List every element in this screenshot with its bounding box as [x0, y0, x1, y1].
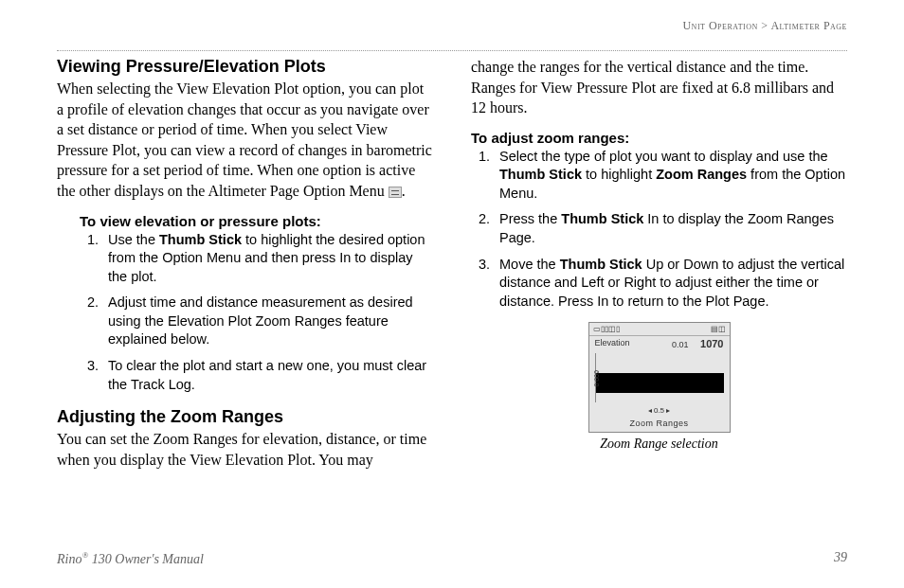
list-item: Use the Thumb Stick to highlight the des…	[102, 231, 433, 287]
step-text: Select the type of plot you want to disp…	[499, 149, 828, 164]
menu-icon	[389, 187, 402, 198]
step-bold: Zoom Ranges	[656, 167, 747, 182]
footer-product-name: Rino	[57, 552, 81, 566]
paragraph-change-ranges: change the ranges for the vertical dista…	[471, 57, 847, 118]
breadcrumb-page: Altimeter Page	[770, 19, 847, 32]
figure-zoom-range: ▭▯▯◫▯ ▤◫ Elevation 0.01 1070 600.0 ◂ 0.5…	[471, 322, 847, 452]
step-bold: Thumb Stick	[499, 167, 582, 182]
steps-adjust-zoom: Select the type of plot you want to disp…	[494, 148, 847, 312]
footer-product-tail: 130 Owner's Manual	[88, 552, 204, 566]
list-item: Move the Thumb Stick Up or Down to adjus…	[494, 256, 847, 312]
device-field-label: Elevation	[595, 338, 630, 349]
device-xaxis-label: ◂ 0.5 ▸	[589, 404, 730, 417]
device-xaxis-value: 0.5	[654, 406, 664, 415]
paragraph-zoom-ranges: You can set the Zoom Ranges for elevatio…	[57, 429, 433, 470]
paragraph-text-tail: .	[402, 183, 406, 199]
figure-caption: Zoom Range selection	[471, 437, 847, 452]
list-item: Select the type of plot you want to disp…	[494, 148, 847, 204]
steps-view-plots: Use the Thumb Stick to highlight the des…	[102, 231, 433, 395]
step-text: Move the	[499, 257, 560, 272]
step-text: Press the	[499, 211, 561, 226]
content-region: Viewing Pressure/Elevation Plots When se…	[57, 57, 847, 481]
list-item: To clear the plot and start a new one, y…	[102, 357, 433, 394]
header-divider	[57, 50, 847, 51]
footer-page-number: 39	[834, 550, 847, 567]
device-screenshot: ▭▯▯◫▯ ▤◫ Elevation 0.01 1070 600.0 ◂ 0.5…	[588, 322, 731, 433]
footer-product: Rino® 130 Owner's Manual	[57, 550, 204, 567]
step-bold: Thumb Stick	[159, 232, 242, 247]
device-plot-area: 600.0	[595, 353, 724, 402]
left-column: Viewing Pressure/Elevation Plots When se…	[57, 57, 433, 481]
paragraph-viewing-plots: When selecting the View Elevation Plot o…	[57, 79, 433, 202]
heading-zoom-ranges: Adjusting the Zoom Ranges	[57, 407, 433, 427]
subheading-view-plots: To view elevation or pressure plots:	[80, 213, 433, 229]
device-field-row: Elevation 0.01 1070	[589, 336, 730, 351]
device-field-value-left: 0.01	[672, 340, 689, 349]
right-column: change the ranges for the vertical dista…	[471, 57, 847, 481]
breadcrumb-section: Unit Operation	[682, 19, 757, 32]
tab-icons-left: ▭▯▯◫▯	[593, 325, 620, 333]
device-yaxis-label: 600.0	[592, 353, 602, 402]
list-item: Press the Thumb Stick In to display the …	[494, 210, 847, 247]
breadcrumb-sep: >	[761, 19, 768, 32]
breadcrumb: Unit Operation > Altimeter Page	[57, 19, 847, 33]
device-field-value-right: 1070	[700, 338, 723, 349]
page-footer: Rino® 130 Owner's Manual 39	[57, 550, 847, 567]
device-mode-label: Zoom Ranges	[589, 417, 730, 432]
device-tab-bar: ▭▯▯◫▯ ▤◫	[589, 323, 730, 336]
step-bold: Thumb Stick	[560, 257, 642, 272]
paragraph-text: When selecting the View Elevation Plot o…	[57, 80, 432, 199]
subheading-adjust-zoom: To adjust zoom ranges:	[471, 130, 847, 146]
step-bold: Thumb Stick	[561, 211, 643, 226]
heading-viewing-plots: Viewing Pressure/Elevation Plots	[57, 57, 433, 77]
step-text: to highlight	[582, 167, 656, 182]
step-text: Use the	[108, 232, 159, 247]
list-item: Adjust time and distance measurement as …	[102, 294, 433, 349]
tab-icons-right: ▤◫	[711, 325, 726, 333]
